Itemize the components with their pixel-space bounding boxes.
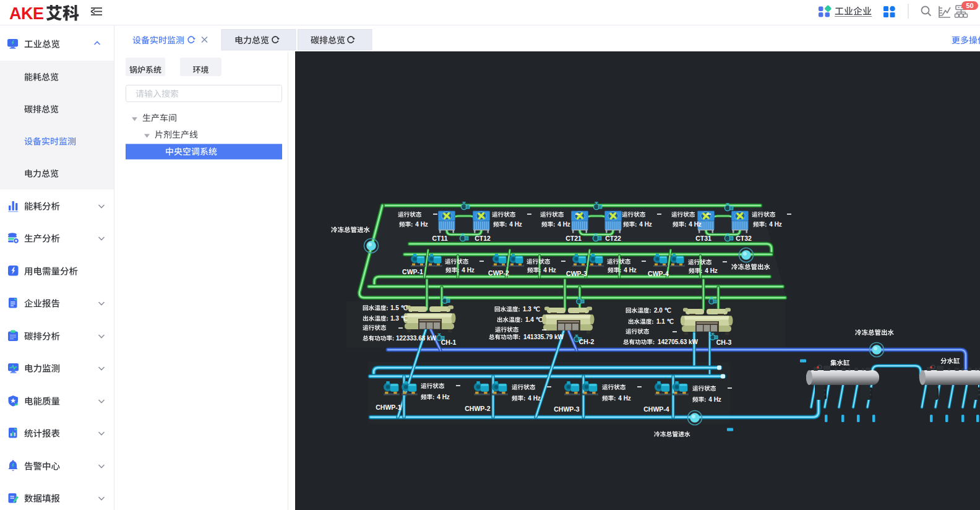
svg-text:4 Hz: 4 Hz [528,395,541,402]
svg-text:CT21: CT21 [565,235,582,242]
svg-text:4 Hz: 4 Hz [618,395,631,402]
svg-text:4 Hz: 4 Hz [624,267,637,274]
svg-text:4 Hz: 4 Hz [708,396,721,403]
svg-text:4 Hz: 4 Hz [543,267,556,274]
svg-text:1.5 ℃: 1.5 ℃ [390,305,408,311]
svg-text:CH-3: CH-3 [716,339,732,346]
svg-text:1.3 ℃: 1.3 ℃ [390,315,408,322]
svg-text:4 Hz: 4 Hz [639,221,652,228]
svg-text:141335.79 kW: 141335.79 kW [523,334,564,340]
svg-text:CT11: CT11 [432,235,447,242]
svg-text:CHWP-1: CHWP-1 [376,404,402,411]
svg-text:CWP-1: CWP-1 [402,268,423,275]
svg-text:2.0 ℃: 2.0 ℃ [654,307,671,314]
svg-text:4 Hz: 4 Hz [769,221,782,228]
svg-text:4 Hz: 4 Hz [557,221,570,228]
svg-text:142705.63 kW: 142705.63 kW [658,339,698,345]
svg-text:CH-1: CH-1 [441,339,457,346]
svg-text:4 Hz: 4 Hz [415,221,428,228]
svg-text:4 Hz: 4 Hz [509,221,522,228]
svg-text:4 Hz: 4 Hz [437,394,450,400]
svg-text:CWP-2: CWP-2 [488,269,509,277]
svg-text:50: 50 [966,2,973,9]
svg-text:CHWP-2: CHWP-2 [465,405,491,412]
svg-text:1.1 ℃: 1.1 ℃ [656,318,674,325]
svg-text:CWP-3: CWP-3 [566,270,587,277]
svg-text:122333.68 kW: 122333.68 kW [396,335,437,342]
svg-text:CT22: CT22 [605,235,621,242]
svg-text:CHWP-4: CHWP-4 [643,405,669,413]
svg-text:CT31: CT31 [695,235,711,242]
svg-text:4 Hz: 4 Hz [705,267,718,274]
svg-text:AKE: AKE [9,4,44,23]
svg-text:CWP-4: CWP-4 [648,270,669,277]
svg-text:CT12: CT12 [475,235,491,242]
svg-text:4 Hz: 4 Hz [462,267,475,274]
svg-text:1.3 ℃: 1.3 ℃ [523,306,540,313]
svg-text:4 Hz: 4 Hz [689,221,702,228]
svg-text:CT32: CT32 [736,235,752,242]
svg-text:CHWP-3: CHWP-3 [554,405,580,413]
svg-text:CH-2: CH-2 [579,338,595,345]
svg-text:1.4 ℃: 1.4 ℃ [525,316,543,323]
